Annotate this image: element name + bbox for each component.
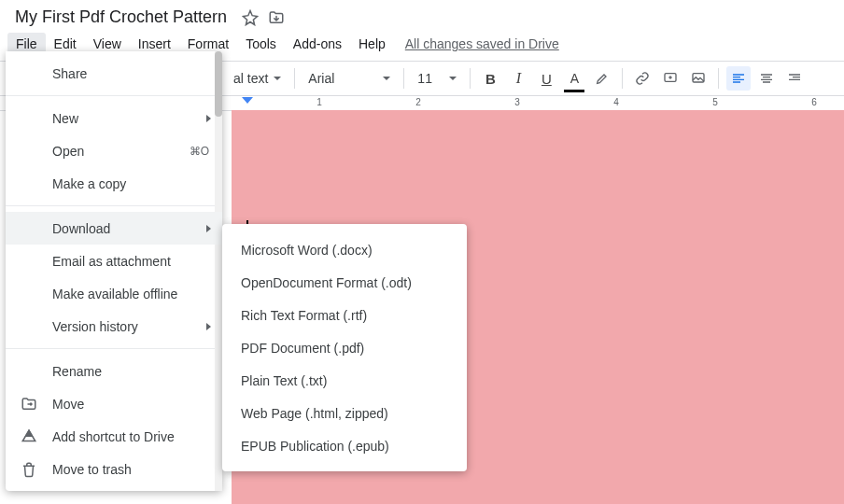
download-option-pdf[interactable]: PDF Document (.pdf) [222,331,467,364]
download-submenu: Microsoft Word (.docx) OpenDocument Form… [222,224,467,471]
chevron-down-icon [383,77,390,80]
menu-addons[interactable]: Add-ons [285,33,350,55]
menu-item-label: Download [52,221,110,236]
menu-item-new[interactable]: New [6,102,222,134]
trash-icon [21,461,37,478]
menu-item-share[interactable]: Share [6,57,222,90]
download-option-rtf[interactable]: Rich Text Format (.rtf) [222,299,467,331]
download-option-html[interactable]: Web Page (.html, zipped) [222,397,467,429]
menu-item-label: Version history [52,319,138,334]
ruler-tick: 6 [811,97,817,107]
download-option-odt[interactable]: OpenDocument Format (.odt) [222,266,467,299]
download-option-txt[interactable]: Plain Text (.txt) [222,364,467,397]
move-icon[interactable] [268,9,285,26]
ruler-tick: 1 [316,97,322,107]
menu-item-download[interactable]: Download [6,212,222,245]
align-left-button[interactable] [726,66,751,91]
add-comment-button[interactable] [658,66,682,91]
download-option-epub[interactable]: EPUB Publication (.epub) [222,429,467,462]
ruler-tick: 2 [415,97,421,107]
chevron-down-icon [449,77,457,80]
drive-shortcut-icon [21,428,37,445]
menu-item-label: Move to trash [52,462,132,477]
menu-item-rename[interactable]: Rename [6,355,222,387]
menu-tools[interactable]: Tools [237,33,285,55]
insert-link-button[interactable] [630,66,654,91]
menu-item-open[interactable]: Open ⌘O [6,134,222,167]
align-right-button[interactable] [782,66,807,91]
paragraph-style-select[interactable]: al text [228,66,287,91]
submenu-caret-icon [206,115,211,122]
toolbar-separator [718,68,719,89]
menu-help[interactable]: Help [350,33,394,55]
menu-item-label: Make available offline [52,287,177,301]
menu-separator [6,95,222,96]
menu-item-make-copy[interactable]: Make a copy [6,167,222,200]
toolbar-separator [403,68,404,89]
font-family-label: Arial [308,71,334,86]
bold-button[interactable]: B [478,66,502,91]
menu-item-version-history[interactable]: Version history [6,310,222,343]
title-bar: My First Pdf Crochet Pattern [0,0,844,31]
menu-item-label: Rename [52,364,102,379]
toolbar-separator [294,68,295,89]
folder-move-icon [21,396,37,413]
menu-item-label: Make a copy [52,176,126,191]
font-family-select[interactable]: Arial [302,66,396,91]
download-option-docx[interactable]: Microsoft Word (.docx) [222,233,467,266]
paragraph-style-label: al text [233,71,268,86]
menu-item-make-offline[interactable]: Make available offline [6,277,222,310]
underline-button[interactable]: U [534,66,558,91]
menu-item-email-attachment[interactable]: Email as attachment [6,245,222,277]
menu-item-label: New [52,111,78,126]
menu-separator [6,205,222,206]
toolbar-separator [470,68,471,89]
menu-item-move-to-trash[interactable]: Move to trash [6,453,222,485]
menu-item-label: Share [52,66,87,81]
file-menu-dropdown: Share New Open ⌘O Make a copy Download E… [6,51,222,491]
highlight-color-button[interactable] [590,66,614,91]
align-center-button[interactable] [754,66,779,91]
font-size-label: 11 [417,71,432,86]
font-size-select[interactable]: 11 [412,66,462,91]
keyboard-shortcut: ⌘O [190,145,209,158]
menu-item-move[interactable]: Move [6,387,222,420]
menu-item-add-shortcut[interactable]: Add shortcut to Drive [6,420,222,453]
toolbar-separator [622,68,623,89]
indent-marker-icon[interactable] [241,96,254,109]
menu-item-label: Open [52,144,84,159]
insert-image-button[interactable] [686,66,710,91]
chevron-down-icon [274,77,281,80]
text-color-button[interactable]: A [562,66,586,91]
submenu-caret-icon [206,323,211,330]
menu-item-label: Add shortcut to Drive [52,429,175,444]
ruler-tick: 3 [514,97,520,107]
menu-separator [6,348,222,349]
menu-item-label: Email as attachment [52,254,171,269]
italic-button[interactable]: I [506,66,530,91]
save-status-link[interactable]: All changes saved in Drive [405,36,559,51]
menu-item-label: Move [52,397,84,412]
document-title[interactable]: My First Pdf Crochet Pattern [11,6,231,29]
star-icon[interactable] [242,9,259,26]
ruler-tick: 4 [613,97,619,107]
ruler-tick: 5 [712,97,718,107]
submenu-caret-icon [206,225,211,232]
